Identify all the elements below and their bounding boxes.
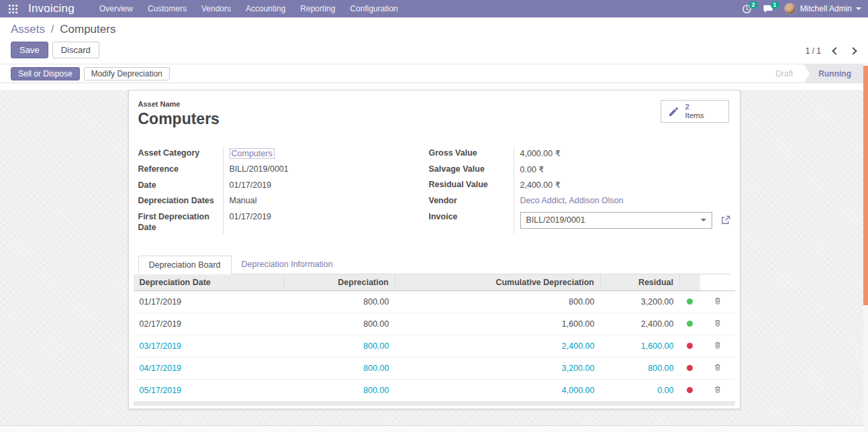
cell-residual[interactable]: 0.00: [601, 380, 680, 402]
sell-or-dispose-button[interactable]: Sell or Dispose: [11, 67, 80, 80]
delete-row-button[interactable]: [700, 291, 735, 313]
cell-cumulative[interactable]: 3,200.00: [395, 358, 601, 380]
invoice-label: Invoice: [429, 212, 514, 223]
field-asset-category: Asset Category Computers: [138, 146, 420, 162]
cell-date[interactable]: 03/17/2019: [134, 335, 285, 358]
modify-depreciation-button[interactable]: Modify Depreciation: [84, 67, 170, 80]
activity-menu[interactable]: 2: [742, 4, 752, 14]
posted-status-dot-icon: [687, 321, 693, 327]
first-depreciation-date-value[interactable]: 01/17/2019: [223, 212, 420, 221]
messages-menu[interactable]: 1: [763, 4, 773, 13]
invoice-select[interactable]: BILL/2019/0001: [520, 212, 712, 229]
col-depreciation[interactable]: Depreciation: [285, 274, 395, 291]
breadcrumb-assets[interactable]: Assets: [11, 23, 45, 36]
dropdown-caret-icon[interactable]: [701, 219, 706, 221]
cell-residual[interactable]: 1,600.00: [601, 335, 680, 358]
field-gross-value: Gross Value 4,000.00 ₹: [429, 146, 730, 162]
activity-badge: 2: [749, 1, 758, 9]
cell-date[interactable]: 04/17/2019: [134, 358, 285, 380]
trash-icon: [714, 319, 722, 327]
field-residual-value: Residual Value 2,400.00 ₹: [429, 177, 730, 193]
depreciation-row[interactable]: 02/17/2019 800.00 1,600.00 2,400.00: [134, 313, 735, 335]
items-stat-button[interactable]: 2 Items: [661, 100, 729, 123]
depreciation-row[interactable]: 04/17/2019 800.00 3,200.00 800.00: [134, 358, 735, 380]
breadcrumb: Assets / Computers: [11, 23, 857, 36]
statusbar: Sell or Dispose Modify Depreciation Draf…: [0, 64, 868, 83]
cell-residual[interactable]: 2,400.00: [601, 313, 680, 335]
messages-badge: 1: [771, 1, 779, 9]
asset-category-value[interactable]: Computers: [230, 148, 275, 159]
depreciation-row[interactable]: 03/17/2019 800.00 2,400.00 1,600.00: [134, 335, 735, 358]
col-depreciation-date[interactable]: Depreciation Date: [134, 274, 285, 291]
save-button[interactable]: Save: [11, 42, 48, 58]
trash-icon: [714, 363, 722, 372]
menu-overview[interactable]: Overview: [92, 0, 140, 17]
depreciation-row[interactable]: 01/17/2019 800.00 800.00 3,200.00: [134, 291, 735, 313]
external-link-icon[interactable]: [720, 215, 730, 225]
salvage-value-value[interactable]: 0.00 ₹: [514, 164, 730, 174]
menu-customers[interactable]: Customers: [140, 0, 194, 17]
menu-configuration[interactable]: Configuration: [342, 0, 405, 17]
gross-value-value[interactable]: 4,000.00 ₹: [514, 148, 730, 158]
app-brand[interactable]: Invoicing: [28, 2, 75, 15]
field-reference: Reference BILL/2019/0001: [138, 162, 420, 178]
pager-next-icon[interactable]: [849, 47, 857, 54]
menu-reporting[interactable]: Reporting: [293, 0, 342, 17]
delete-row-button[interactable]: [700, 358, 735, 380]
cell-cumulative[interactable]: 800.00: [395, 291, 601, 313]
cell-depreciation[interactable]: 800.00: [285, 358, 395, 380]
status-draft[interactable]: Draft: [765, 64, 804, 83]
items-label: Items: [685, 111, 704, 120]
salvage-value-label: Salvage Value: [429, 164, 514, 175]
scrollbar-thumb[interactable]: [863, 66, 868, 305]
cell-depreciation[interactable]: 800.00: [285, 313, 395, 335]
posted-status-dot-icon: [687, 387, 693, 393]
cell-depreciation[interactable]: 800.00: [285, 291, 395, 313]
cell-residual[interactable]: 800.00: [601, 358, 680, 380]
first-depreciation-date-label: First Depreciation Date: [138, 212, 223, 233]
pager-prev-icon[interactable]: [832, 47, 839, 54]
cell-cumulative[interactable]: 2,400.00: [395, 335, 601, 358]
trash-icon: [714, 385, 722, 394]
posted-status-dot-icon: [687, 299, 693, 305]
cell-date[interactable]: 05/17/2019: [134, 380, 285, 402]
field-first-depreciation-date: First Depreciation Date 01/17/2019: [138, 209, 420, 235]
tab-depreciation-information[interactable]: Depreciation Information: [232, 256, 343, 274]
user-caret-icon: [856, 7, 861, 10]
cell-depreciation[interactable]: 800.00: [285, 335, 395, 358]
cell-residual[interactable]: 3,200.00: [601, 291, 680, 313]
user-name: Mitchell Admin: [800, 4, 852, 13]
right-field-group: Gross Value 4,000.00 ₹ Salvage Value 0.0…: [429, 146, 730, 235]
user-menu[interactable]: Mitchell Admin: [784, 3, 861, 15]
pager: 1 / 1: [806, 46, 856, 56]
delete-row-button[interactable]: [700, 335, 735, 358]
col-residual[interactable]: Residual: [601, 274, 680, 291]
depreciation-row[interactable]: 05/17/2019 800.00 4,000.00 0.00: [134, 380, 735, 402]
date-value[interactable]: 01/17/2019: [223, 180, 420, 190]
cell-date[interactable]: 01/17/2019: [134, 291, 285, 313]
col-cumulative-depreciation[interactable]: Cumulative Depreciation: [395, 274, 601, 291]
depreciation-dates-value[interactable]: Manual: [223, 196, 420, 205]
table-header-row: Depreciation Date Depreciation Cumulativ…: [134, 274, 735, 291]
field-invoice: Invoice BILL/2019/0001: [429, 209, 730, 231]
apps-menu-icon[interactable]: [5, 2, 20, 15]
status-running[interactable]: Running: [804, 64, 863, 83]
form-sheet: Asset Name Computers 2 Items Asset Categ…: [128, 90, 740, 409]
asset-name-value[interactable]: Computers: [138, 110, 220, 128]
reference-value[interactable]: BILL/2019/0001: [223, 164, 420, 174]
delete-row-button[interactable]: [700, 313, 735, 335]
menu-accounting[interactable]: Accounting: [238, 0, 293, 17]
vendor-value[interactable]: Deco Addict, Addison Olson: [520, 196, 624, 205]
cell-cumulative[interactable]: 4,000.00: [395, 380, 601, 402]
delete-row-button[interactable]: [700, 380, 735, 402]
vertical-scrollbar[interactable]: [863, 65, 868, 432]
cell-date[interactable]: 02/17/2019: [134, 313, 285, 335]
col-status: [680, 274, 700, 291]
menu-vendors[interactable]: Vendors: [194, 0, 238, 17]
date-label: Date: [138, 180, 223, 191]
tab-depreciation-board[interactable]: Depreciation Board: [138, 256, 232, 274]
cell-cumulative[interactable]: 1,600.00: [395, 313, 601, 335]
residual-value-value[interactable]: 2,400.00 ₹: [514, 180, 730, 190]
discard-button[interactable]: Discard: [52, 42, 99, 58]
cell-depreciation[interactable]: 800.00: [285, 380, 395, 402]
